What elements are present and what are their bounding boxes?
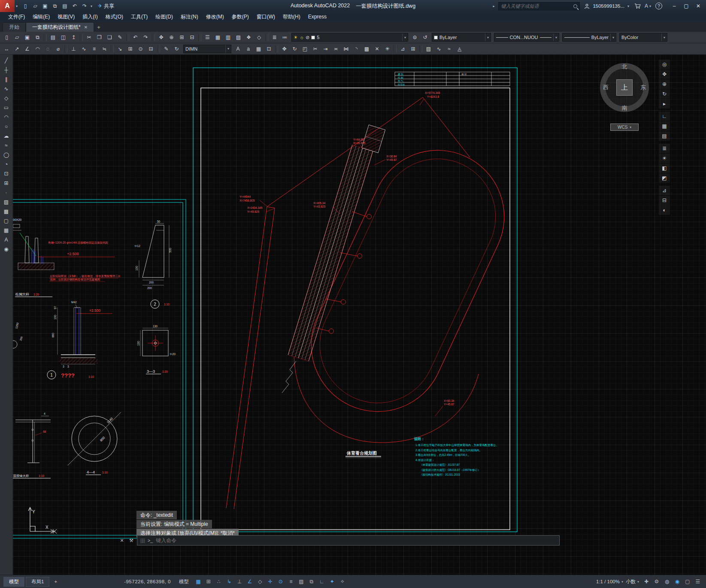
qat-plot-icon[interactable]: ▤ <box>60 1 70 11</box>
app-logo-icon[interactable]: A <box>0 0 15 12</box>
qat-save-icon[interactable]: ▣ <box>40 1 50 11</box>
layer-combo[interactable]: ☀ ☼ ⊘ 5 ▾ <box>291 33 408 42</box>
plot-preview-icon[interactable]: ◫ <box>58 33 68 42</box>
table-icon[interactable]: ▦ <box>254 44 264 54</box>
dynamic-input-toggle[interactable]: ↳ <box>224 577 234 586</box>
nav-layer-lock-icon[interactable]: ◩ <box>659 173 670 183</box>
annotation-scale-icon[interactable]: ✚ <box>642 577 651 586</box>
new-tab-button[interactable]: + <box>94 22 103 32</box>
viewcube-east[interactable]: 东 <box>640 84 646 91</box>
nav-zoom-icon[interactable]: ⊕ <box>659 79 670 89</box>
spline-tool-icon[interactable]: ≈ <box>1 141 12 150</box>
dynamic-ucs-toggle[interactable]: ∟ <box>317 577 327 586</box>
line-tool-icon[interactable]: ╱ <box>1 56 12 65</box>
gradient-tool-icon[interactable]: ▩ <box>1 207 12 216</box>
dim-tolerance-icon[interactable]: ⊞ <box>125 44 135 54</box>
menu-express[interactable]: Express <box>304 12 330 21</box>
ortho-toggle[interactable]: ⊥ <box>235 577 244 586</box>
qat-redo-icon[interactable]: ↷ <box>80 1 89 11</box>
cart-icon[interactable] <box>633 2 642 10</box>
layout1-tab[interactable]: 布局1 <box>26 577 49 587</box>
menu-file[interactable]: 文件(F) <box>4 12 29 21</box>
layer-properties-icon[interactable]: ≣ <box>270 33 279 42</box>
plotstyle-combo[interactable]: ByColor ▾ <box>619 33 667 42</box>
qat-undo-icon[interactable]: ↶ <box>70 1 79 11</box>
zoom-window-icon[interactable]: ⊞ <box>177 33 187 42</box>
command-close-icon[interactable]: ✕ <box>118 537 126 544</box>
menu-insert[interactable]: 插入(I) <box>79 12 101 21</box>
qleader-icon[interactable]: ↘ <box>115 44 125 54</box>
spline-edit-icon[interactable]: ≈ <box>444 44 454 54</box>
model-space-tab[interactable]: 模型 <box>3 577 24 587</box>
grid-toggle[interactable]: ▦ <box>194 577 203 586</box>
dim-radius-icon[interactable]: ◌ <box>43 44 53 54</box>
dim-ordinate-icon[interactable]: ⊥ <box>69 44 79 54</box>
nav-layer-isolate-icon[interactable]: ◧ <box>659 163 670 173</box>
ellipse-tool-icon[interactable]: ◯ <box>1 150 12 159</box>
open-icon[interactable]: ▱ <box>12 33 22 42</box>
autodesk-apps-icon[interactable]: A▾ <box>644 2 653 10</box>
layer-previous-icon[interactable]: ↺ <box>420 33 430 42</box>
isodraft-toggle[interactable]: ◇ <box>255 577 265 586</box>
help-icon[interactable]: ? <box>655 3 662 9</box>
erase-icon[interactable]: ✕ <box>372 44 382 54</box>
nav-views-icon[interactable]: ▦ <box>659 121 670 131</box>
zoom-realtime-icon[interactable]: ⊕ <box>167 33 176 42</box>
qat-dropdown-caret-icon[interactable]: ▾ <box>89 4 94 8</box>
tab-close-icon[interactable]: ✕ <box>84 25 88 30</box>
clean-screen-icon[interactable]: ▢ <box>683 577 692 586</box>
workspace-gear-icon[interactable]: ⚙ <box>652 577 661 586</box>
nav-layer-off-icon[interactable]: ☀ <box>659 154 670 163</box>
nav-section-icon[interactable]: ⊟ <box>659 196 670 205</box>
extend-icon[interactable]: ⇥ <box>321 44 330 54</box>
field-icon[interactable]: ⊡ <box>264 44 274 54</box>
region-tool-icon[interactable]: ▢ <box>1 216 12 225</box>
menu-dimension[interactable]: 标注(N) <box>177 12 202 21</box>
paste-icon[interactable]: ❏ <box>105 33 115 42</box>
point-style-tool-icon[interactable]: ◉ <box>1 244 12 253</box>
point-tool-icon[interactable]: ∙ <box>1 188 12 197</box>
measure-icon[interactable]: ⊿ <box>398 44 408 54</box>
menu-modify[interactable]: 修改(M) <box>202 12 228 21</box>
dim-style-combo[interactable]: DIMN ▾ <box>183 45 231 53</box>
properties-icon[interactable]: ☰ <box>203 33 212 42</box>
nav-ucs-icon[interactable]: ∟ <box>659 112 670 121</box>
annotation-scale-combo[interactable]: 1:1 / 100% ▾ <box>596 579 623 584</box>
command-grip-icon[interactable]: ⣿⣿ <box>140 538 145 543</box>
single-text-icon[interactable]: a <box>243 44 253 54</box>
isolate-objects-icon[interactable]: ◍ <box>662 577 672 586</box>
close-button[interactable]: ✕ <box>692 0 704 12</box>
save-icon[interactable]: ▣ <box>22 33 32 42</box>
arc-tool-icon[interactable]: ◠ <box>1 112 12 121</box>
command-input[interactable] <box>156 537 557 543</box>
markup-icon[interactable]: ❖ <box>244 33 254 42</box>
dim-angular-icon[interactable]: ∠ <box>22 44 32 54</box>
units-combo[interactable]: 小数 ▾ <box>626 579 639 585</box>
nav-orbit-icon[interactable]: ↻ <box>659 89 670 99</box>
circle-tool-icon[interactable]: ○ <box>1 122 12 131</box>
nav-wheel-icon[interactable]: ◎ <box>659 60 670 69</box>
selection-cycling-toggle[interactable]: ⧉ <box>307 577 316 586</box>
rotate-icon[interactable]: ↻ <box>290 44 300 54</box>
menu-parametric[interactable]: 参数(P) <box>228 12 253 21</box>
undo-icon[interactable]: ↶ <box>130 33 140 42</box>
match-properties-icon[interactable]: ✎ <box>115 33 125 42</box>
dim-continue-icon[interactable]: ≒ <box>100 44 109 54</box>
pan-icon[interactable]: ✥ <box>156 33 166 42</box>
trim-icon[interactable]: ✂ <box>310 44 320 54</box>
blockeditor-icon[interactable]: ◇ <box>254 33 264 42</box>
polyline-edit-icon[interactable]: ∿ <box>434 44 444 54</box>
move-icon[interactable]: ✥ <box>279 44 289 54</box>
cut-icon[interactable]: ✂ <box>84 33 94 42</box>
qat-new-icon[interactable]: ▯ <box>21 1 30 11</box>
nav-pan-icon[interactable]: ✥ <box>659 69 670 79</box>
make-block-tool-icon[interactable]: ⊞ <box>1 178 12 187</box>
explode-icon[interactable]: ✳ <box>382 44 392 54</box>
menu-draw[interactable]: 绘图(D) <box>152 12 177 21</box>
offset-icon[interactable]: ≍ <box>331 44 341 54</box>
new-layout-button[interactable]: + <box>51 578 61 585</box>
search-collapse-caret-icon[interactable]: ▸ <box>491 4 496 8</box>
annotation-visibility-toggle[interactable]: ✦ <box>327 577 337 586</box>
viewcube-west[interactable]: 西 <box>603 84 609 91</box>
nav-showmotion-icon[interactable]: ▸ <box>659 99 670 109</box>
